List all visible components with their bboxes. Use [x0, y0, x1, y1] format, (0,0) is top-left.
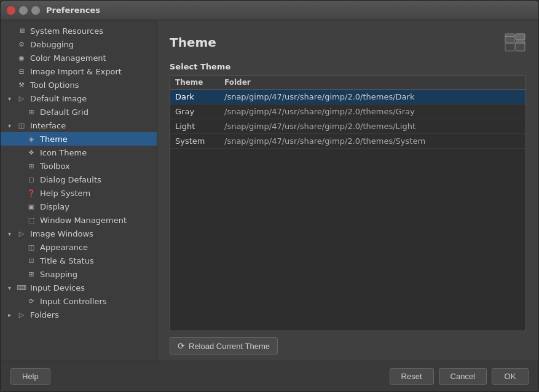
reload-current-theme-button[interactable]: Reload Current Theme: [170, 337, 278, 355]
table-row[interactable]: System /snap/gimp/47/usr/share/gimp/2.0/…: [170, 134, 525, 149]
table-row[interactable]: Light /snap/gimp/47/usr/share/gimp/2.0/t…: [170, 119, 525, 134]
close-button[interactable]: [7, 6, 15, 15]
theme-row-name: Gray: [175, 107, 224, 116]
bottom-right: Reset Cancel OK: [390, 368, 529, 385]
sidebar-item-image-windows[interactable]: ▾▷Image Windows: [1, 227, 157, 240]
sidebar-item-theme[interactable]: ▾◈Theme: [1, 132, 157, 146]
sidebar-label-title-status: Title & Status: [40, 256, 94, 265]
preferences-window: Preferences ▾🖥System Resources▾⚙Debuggin…: [0, 0, 539, 392]
toolbox-icon: ⊞: [26, 161, 36, 171]
sidebar-label-folders: Folders: [30, 310, 59, 319]
theme-row-folder: /snap/gimp/47/usr/share/gimp/2.0/themes/…: [224, 136, 521, 146]
sidebar-item-input-devices[interactable]: ▾⌨Input Devices: [1, 281, 157, 294]
sidebar-label-image-windows: Image Windows: [30, 229, 93, 238]
theme-row-folder: /snap/gimp/47/usr/share/gimp/2.0/themes/…: [224, 122, 521, 131]
sidebar-label-interface: Interface: [30, 121, 66, 130]
expand-icon-folders: ▸: [8, 312, 15, 318]
sidebar-label-help-system: Help System: [40, 189, 90, 198]
sidebar-item-interface[interactable]: ▾◫Interface: [1, 119, 157, 132]
expand-icon-interface: ▾: [8, 122, 15, 129]
sidebar-item-debugging[interactable]: ▾⚙Debugging: [1, 37, 157, 51]
title-icon: ⊡: [26, 256, 36, 265]
sidebar-label-input-controllers: Input Controllers: [40, 297, 107, 306]
sidebar-item-window-management[interactable]: ▾⬚Window Management: [1, 213, 157, 227]
maximize-button[interactable]: [31, 6, 40, 15]
interface-icon: ◫: [17, 120, 26, 130]
sidebar-item-folders[interactable]: ▸▷Folders: [1, 308, 157, 321]
sidebar-label-image-import-export: Image Import & Export: [30, 67, 122, 76]
sidebar-item-toolbox[interactable]: ▾⊞Toolbox: [1, 159, 157, 173]
sidebar-item-display[interactable]: ▾▣Display: [1, 200, 157, 213]
sidebar: ▾🖥System Resources▾⚙Debugging▾◉Color Man…: [1, 20, 157, 361]
reset-button[interactable]: Reset: [390, 368, 434, 385]
expand-icon-default-image: ▾: [8, 95, 15, 102]
sidebar-item-title-status[interactable]: ▾⊡Title & Status: [1, 254, 157, 267]
sidebar-item-default-grid[interactable]: ▾⊞Default Grid: [1, 105, 157, 119]
display-icon: ▣: [26, 202, 36, 211]
cancel-button[interactable]: Cancel: [439, 368, 487, 385]
inputctrl-icon: ⟳: [26, 296, 36, 306]
folder-icon: ▷: [17, 93, 26, 103]
theme-row-name: System: [175, 136, 224, 146]
sidebar-label-appearance: Appearance: [40, 243, 88, 252]
sidebar-label-display: Display: [40, 202, 69, 211]
sidebar-label-input-devices: Input Devices: [30, 283, 85, 292]
svg-rect-0: [505, 34, 514, 43]
folders-icon: ▷: [17, 310, 26, 319]
window-title: Preferences: [46, 6, 100, 15]
ok-button[interactable]: OK: [492, 368, 529, 385]
sidebar-item-image-import-export[interactable]: ▾⊟Image Import & Export: [1, 65, 157, 78]
theme-row-folder: /snap/gimp/47/usr/share/gimp/2.0/themes/…: [224, 107, 521, 116]
reload-icon: [178, 341, 185, 351]
theme-i-icon: ◈: [26, 134, 36, 144]
svg-rect-1: [505, 44, 514, 51]
bottom-bar: Help Reset Cancel OK: [1, 361, 538, 391]
sidebar-item-default-image[interactable]: ▾▷Default Image: [1, 92, 157, 105]
content-area: ▾🖥System Resources▾⚙Debugging▾◉Color Man…: [1, 20, 538, 361]
dialog-icon: ◻: [26, 174, 36, 184]
theme-row-name: Light: [175, 122, 224, 131]
main-panel: Theme Select Theme Theme Folder: [157, 20, 538, 361]
imgwin-icon: ▷: [17, 229, 26, 238]
panel-header: Theme: [170, 31, 526, 53]
sidebar-item-help-system[interactable]: ▾❓Help System: [1, 186, 157, 200]
table-row[interactable]: Dark /snap/gimp/47/usr/share/gimp/2.0/th…: [170, 90, 525, 104]
bottom-left: Help: [10, 368, 390, 385]
sidebar-item-appearance[interactable]: ▾◫Appearance: [1, 240, 157, 254]
tool-icon: ⚒: [17, 80, 26, 90]
expand-icon-image-windows: ▾: [8, 230, 15, 237]
table-row[interactable]: Gray /snap/gimp/47/usr/share/gimp/2.0/th…: [170, 104, 525, 119]
sidebar-item-tool-options[interactable]: ▾⚒Tool Options: [1, 78, 157, 92]
sidebar-item-input-controllers[interactable]: ▾⟳Input Controllers: [1, 294, 157, 308]
sidebar-label-theme: Theme: [40, 135, 68, 144]
sidebar-item-dialog-defaults[interactable]: ▾◻Dialog Defaults: [1, 173, 157, 186]
window-controls: [7, 6, 40, 15]
col-theme-header: Theme: [175, 78, 224, 87]
sidebar-item-snapping[interactable]: ▾⊞Snapping: [1, 267, 157, 281]
theme-row-folder: /snap/gimp/47/usr/share/gimp/2.0/themes/…: [224, 92, 521, 101]
sidebar-label-default-grid: Default Grid: [40, 108, 89, 117]
select-theme-label: Select Theme: [170, 62, 526, 71]
icontheme-icon: ❖: [26, 147, 36, 157]
window-icon: ⬚: [26, 215, 36, 225]
titlebar: Preferences: [1, 1, 538, 20]
sidebar-label-icon-theme: Icon Theme: [40, 148, 87, 157]
theme-panel-icon: [504, 31, 526, 53]
help-button[interactable]: Help: [10, 368, 50, 385]
sidebar-label-snapping: Snapping: [40, 270, 77, 279]
snap-icon: ⊞: [26, 269, 36, 279]
sidebar-label-toolbox: Toolbox: [40, 162, 70, 171]
svg-rect-3: [516, 41, 525, 51]
sidebar-item-system-resources[interactable]: ▾🖥System Resources: [1, 24, 157, 37]
sidebar-label-color-management: Color Management: [30, 53, 106, 63]
image-icon: ⊟: [17, 66, 26, 76]
theme-table-body: Dark /snap/gimp/47/usr/share/gimp/2.0/th…: [170, 90, 525, 331]
help-icon: ❓: [26, 188, 36, 198]
expand-icon-input-devices: ▾: [8, 284, 15, 291]
sidebar-item-icon-theme[interactable]: ▾❖Icon Theme: [1, 146, 157, 159]
minimize-button[interactable]: [19, 6, 28, 15]
sidebar-label-dialog-defaults: Dialog Defaults: [40, 175, 101, 184]
panel-title: Theme: [170, 35, 216, 50]
sidebar-label-tool-options: Tool Options: [30, 80, 79, 90]
sidebar-item-color-management[interactable]: ▾◉Color Management: [1, 51, 157, 65]
